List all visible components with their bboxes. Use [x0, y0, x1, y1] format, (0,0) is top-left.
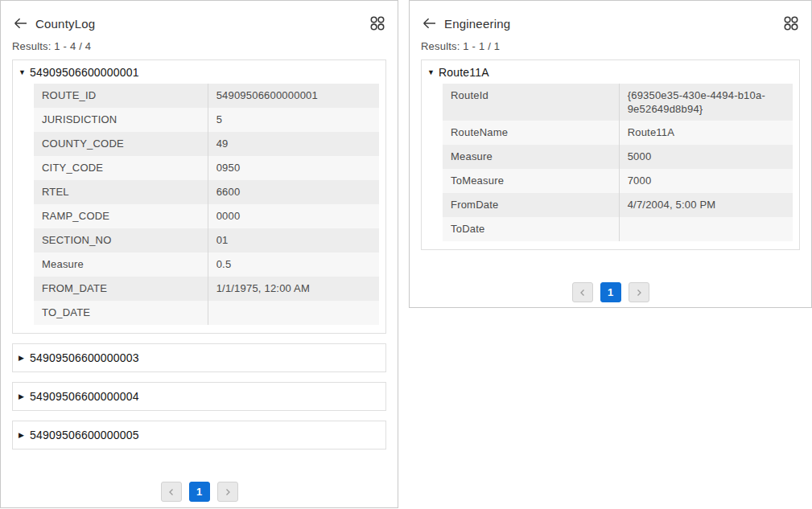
- feature-card-collapsed[interactable]: ▶ 54909506600000003: [12, 343, 386, 372]
- caret-down-icon: ▼: [427, 69, 437, 76]
- feature-card-expanded: ▼ 54909506600000001 ROUTE_ID 54909506600…: [12, 60, 386, 334]
- field-label: RouteName: [443, 121, 620, 145]
- chevron-right-icon: [634, 288, 644, 298]
- engineering-panel: Engineering Results: 1 - 1 / 1 ▼ Route11…: [409, 0, 812, 308]
- field-row: ToMeasure 7000: [443, 169, 793, 193]
- chevron-right-icon: [223, 487, 233, 497]
- field-value: 01: [208, 228, 379, 252]
- field-row: CITY_CODE 0950: [34, 156, 379, 180]
- results-count: Results: 1 - 1 / 1: [421, 40, 800, 52]
- attribute-table: RouteId {69350e35-430e-4494-b10a-9e52649…: [443, 84, 793, 241]
- field-label: COUNTY_CODE: [34, 132, 208, 156]
- field-label: ROUTE_ID: [34, 84, 208, 108]
- field-value: 0000: [208, 204, 379, 228]
- page-button-1[interactable]: 1: [189, 482, 210, 502]
- field-value: 6600: [208, 180, 379, 203]
- field-value: 5000: [620, 145, 793, 168]
- chevron-left-icon: [578, 288, 587, 298]
- feature-card-collapsed[interactable]: ▶ 54909506600000005: [12, 421, 386, 449]
- prev-page-button[interactable]: [161, 482, 182, 502]
- field-value: 49: [208, 132, 379, 155]
- field-value: 5: [208, 108, 379, 131]
- field-value: [620, 217, 793, 227]
- attribute-table: ROUTE_ID 54909506600000001 JURISDICTION …: [34, 84, 379, 325]
- caret-right-icon: ▶: [19, 393, 28, 400]
- feature-card-header[interactable]: ▼ Route11A: [422, 60, 799, 84]
- arrow-left-icon: [422, 17, 437, 30]
- next-page-button[interactable]: [217, 482, 238, 502]
- field-value: 1/1/1975, 12:00 AM: [208, 277, 379, 300]
- feature-title: 54909506600000003: [30, 351, 139, 365]
- field-row: FromDate 4/7/2004, 5:00 PM: [443, 193, 793, 217]
- grid-view-button[interactable]: [782, 14, 800, 32]
- county-log-panel: CountyLog Results: 1 - 4 / 4 ▼ 549095066…: [0, 0, 398, 508]
- field-row: ROUTE_ID 54909506600000001: [34, 84, 379, 108]
- field-label: TO_DATE: [34, 301, 208, 325]
- back-button[interactable]: [421, 15, 437, 31]
- pagination: 1: [421, 282, 800, 302]
- field-row: RAMP_CODE 0000: [34, 204, 379, 228]
- page-button-1[interactable]: 1: [600, 282, 621, 302]
- caret-right-icon: ▶: [19, 432, 28, 439]
- feature-card-collapsed[interactable]: ▶ 54909506600000004: [12, 382, 386, 411]
- caret-down-icon: ▼: [19, 69, 28, 76]
- caret-right-icon: ▶: [19, 355, 28, 362]
- chevron-left-icon: [167, 487, 176, 497]
- feature-card-header[interactable]: ▶ 54909506600000003: [13, 351, 385, 365]
- field-row: FROM_DATE 1/1/1975, 12:00 AM: [34, 277, 379, 301]
- field-value: 54909506600000001: [208, 84, 379, 107]
- field-row: COUNTY_CODE 49: [34, 132, 379, 156]
- grid-of-circles-icon: [783, 15, 799, 31]
- grid-of-circles-icon: [369, 15, 385, 31]
- field-label: Measure: [443, 145, 620, 169]
- field-row: Measure 5000: [443, 145, 793, 169]
- field-label: ToDate: [443, 217, 620, 241]
- feature-title: Route11A: [439, 65, 489, 80]
- field-row: SECTION_NO 01: [34, 228, 379, 252]
- field-value: 4/7/2004, 5:00 PM: [620, 193, 793, 216]
- field-label: FROM_DATE: [34, 277, 208, 301]
- field-value: 7000: [620, 169, 793, 192]
- field-row: RouteId {69350e35-430e-4494-b10a-9e52649…: [443, 84, 793, 121]
- arrow-left-icon: [13, 17, 28, 30]
- field-row: TO_DATE: [34, 301, 379, 325]
- field-label: RTEL: [34, 180, 208, 204]
- field-row: RTEL 6600: [34, 180, 379, 204]
- field-value: Route11A: [620, 121, 793, 144]
- feature-title: 54909506600000005: [30, 428, 139, 442]
- results-count: Results: 1 - 4 / 4: [12, 40, 386, 52]
- prev-page-button[interactable]: [572, 282, 593, 302]
- field-value: 0.5: [208, 252, 379, 276]
- field-row: Measure 0.5: [34, 252, 379, 277]
- feature-title: 54909506600000004: [30, 389, 139, 404]
- feature-title: 54909506600000001: [30, 65, 139, 80]
- field-label: FromDate: [443, 193, 620, 217]
- feature-card-header[interactable]: ▼ 54909506600000001: [13, 60, 385, 84]
- back-button[interactable]: [12, 15, 28, 31]
- field-value: {69350e35-430e-4494-b10a-9e52649d8b94}: [620, 84, 793, 121]
- field-row: RouteName Route11A: [443, 121, 793, 145]
- feature-card-header[interactable]: ▶ 54909506600000004: [13, 389, 385, 404]
- field-row: JURISDICTION 5: [34, 108, 379, 132]
- page-title: Engineering: [444, 17, 510, 31]
- field-label: RouteId: [443, 84, 620, 121]
- page-title: CountyLog: [35, 17, 95, 31]
- feature-card-header[interactable]: ▶ 54909506600000005: [13, 428, 385, 442]
- field-row: ToDate: [443, 217, 793, 241]
- field-label: ToMeasure: [443, 169, 620, 193]
- field-value: [208, 301, 379, 310]
- field-label: CITY_CODE: [34, 156, 208, 180]
- field-label: Measure: [34, 252, 208, 277]
- field-label: SECTION_NO: [34, 228, 208, 252]
- grid-view-button[interactable]: [369, 14, 386, 32]
- panel-header: Engineering: [421, 14, 800, 32]
- dashboard: CountyLog Results: 1 - 4 / 4 ▼ 549095066…: [0, 0, 812, 509]
- next-page-button[interactable]: [629, 282, 649, 302]
- pagination: 1: [12, 482, 386, 502]
- field-value: 0950: [208, 156, 379, 179]
- field-label: JURISDICTION: [34, 108, 208, 132]
- feature-card-expanded: ▼ Route11A RouteId {69350e35-430e-4494-b…: [421, 60, 800, 250]
- panel-header: CountyLog: [12, 14, 386, 32]
- field-label: RAMP_CODE: [34, 204, 208, 228]
